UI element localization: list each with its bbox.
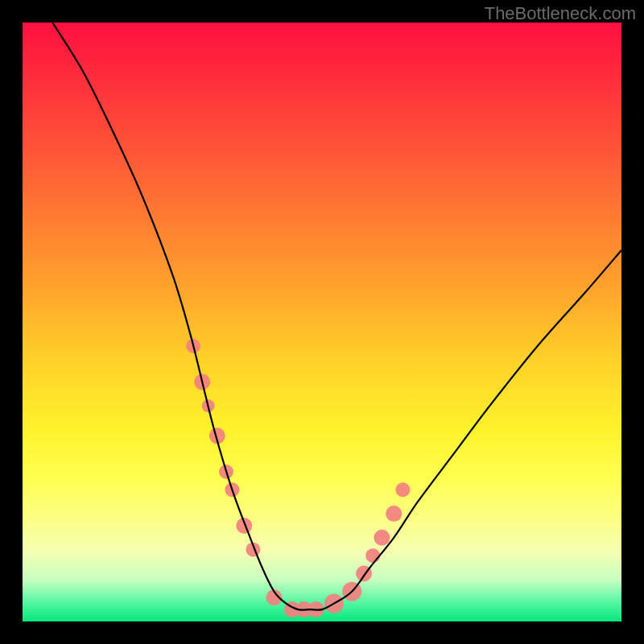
highlight-dot [246, 543, 260, 557]
highlight-dot [266, 589, 282, 605]
highlight-dot [209, 427, 225, 444]
highlight-dot [386, 506, 402, 522]
marker-group [186, 339, 410, 617]
highlight-dot [296, 601, 312, 617]
highlight-dot [356, 565, 372, 581]
chart-frame: TheBottleneck.com [0, 0, 644, 644]
highlight-dot [342, 582, 361, 601]
highlight-dot [284, 601, 300, 617]
highlight-dot [194, 374, 210, 390]
highlight-dot [395, 482, 410, 497]
highlight-dot [324, 594, 344, 613]
highlight-dot [374, 530, 390, 546]
plot-area [23, 23, 621, 621]
curve-layer [23, 23, 621, 621]
watermark-text: TheBottleneck.com [485, 3, 636, 24]
bottleneck-curve [52, 23, 621, 610]
highlight-dot [236, 518, 252, 534]
highlight-dot [219, 464, 233, 479]
highlight-dot [365, 548, 380, 563]
highlight-dot [225, 482, 239, 497]
highlight-dot [186, 339, 200, 353]
highlight-dot [308, 601, 324, 617]
highlight-dot [202, 399, 215, 412]
